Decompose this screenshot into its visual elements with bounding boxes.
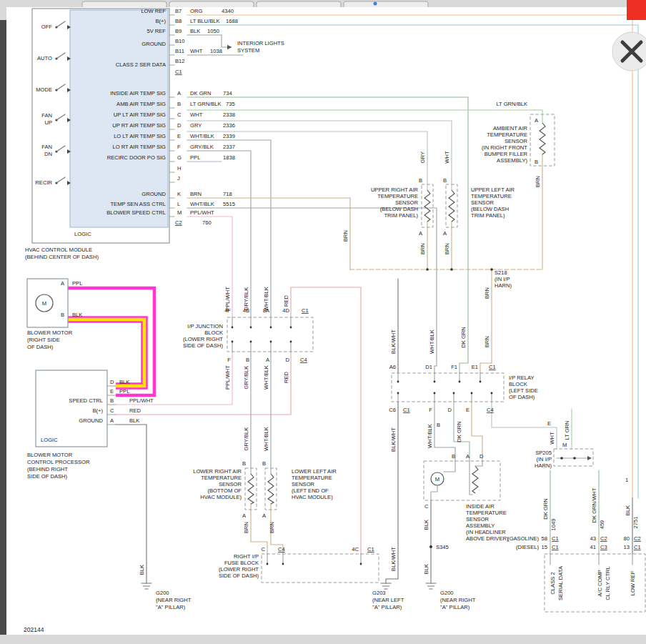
component-title: BLOCK [509,381,527,387]
wire-label: BLK [129,417,139,424]
connector-label: C4 [300,357,307,363]
circuit-label: 2339 [223,133,235,139]
pin-label: B [61,312,64,318]
connector-label: C1 [403,407,410,413]
connector-label: C2 [600,535,607,542]
system-ref-label: INTERIOR LIGHTS [237,40,284,46]
system-ref-label: SYSTEM [237,47,259,54]
wire-label: BRN [535,176,541,187]
pin-label: B [242,460,246,467]
motor-letter: M [42,300,46,307]
wire-label: BLK [423,564,429,574]
circuit-label: 1838 [223,154,235,161]
component-title: CONTROL PROCESSOR [27,459,90,465]
pin-label: 4C [352,546,359,553]
pin-label: E [466,407,469,413]
wire-label: WHT [549,432,555,445]
ground-label: (NEAR LEFT [372,597,404,603]
component-title: BUMPER FILLER [484,151,528,157]
component-title: SIDE OF DASH) [183,342,224,349]
connector-label: C3 [600,544,607,550]
wiring-diagram-viewer: OFF AUTO MODE FAN UP FAN DN RECIR LOW RE… [0,0,646,644]
module-title: HVAC CONTROL MODULE [25,247,92,253]
component-title: SENSOR [395,199,419,206]
fn-label: AMB AIR TEMP SIG [116,101,166,107]
module-title: (BEHIND CENTER OF DASH) [25,254,99,260]
wire-label: BRN [484,336,490,347]
wire-label: WHT/BLK [190,133,214,139]
component-title: (BELOW DASH [380,206,418,212]
fn-label: GROUND [79,417,103,424]
pin-label: E [110,388,114,395]
wire-label: PPL [190,154,200,161]
row-label: (DIESEL) [516,544,540,550]
wire-label: PPL/WHT [190,209,214,216]
close-button[interactable] [612,32,646,71]
cell: 58 [542,535,547,542]
wire-label: WHT/BLK [190,201,214,207]
component-title: (BELOW DASH [471,206,509,212]
splice-label: S345 [436,544,449,550]
wire-label: BRN [190,191,202,197]
wire-label: WHT [444,151,450,164]
component-title: (LOWER RIGHT [219,566,259,573]
component-title: (RIGHT SIDE [27,337,60,343]
pin-label: A6 [389,364,396,370]
fn-label: BLOWER SPEED CTRL [106,209,166,216]
component-title: TEMPERATURE [201,475,242,481]
ground-label: G200 [156,590,169,596]
component-title: (BEHIND RIGHT [27,466,68,472]
component-title: OF DASH) [509,394,535,400]
component-title: ABOVE DRIVER) [466,535,509,542]
pin-label: K [177,191,181,197]
fn-label: UP RT AIR TEMP SIG [112,122,166,129]
pin-label: B [262,460,266,467]
component-title: RIGHT I/P [234,553,259,560]
wire-label: PPL/WHT [129,397,154,404]
pin-label: 1 [625,477,628,483]
wire-label: GRY/BLK [243,366,249,390]
wire-label: BLK/WHT [390,427,397,452]
wire-label: GRY [419,152,426,163]
wire-label: WHT/BLK [263,287,269,311]
pin-label: D [286,357,290,363]
pin-label: D1 [425,364,432,370]
component-title: SIDE OF DASH) [27,473,68,480]
circuit-label: 4340 [222,8,234,14]
column-label: SERIAL DATA [557,565,564,600]
column-label: A/C COMP [597,570,603,597]
component-title: TEMPERATURE [487,132,527,138]
component-title: (LEFT END OF [292,487,329,494]
pin-label: B [443,177,447,184]
wire-label: BRN [342,230,349,242]
component-title: TEMPERATURE [471,193,512,199]
wire-label: RED [283,294,289,307]
wire-label: GRY [190,122,202,129]
pin-label: G [177,154,182,161]
fn-label: LO LT AIR TEMP SIG [114,133,166,139]
component-title: LOWER LEFT AIR [292,468,337,475]
component-title: (IN RIGHT FRONT [482,144,527,151]
cell: 13 [624,544,630,550]
component-title: UPPER RIGHT AIR [371,187,419,193]
pin-label: F [429,407,432,413]
wire-label: WHT/BLK [429,330,435,354]
component-title: BLOCK [204,330,223,336]
pin-label: B9 [175,28,182,34]
red-corner-button[interactable] [627,0,646,20]
component-title: TEMPERATURE [466,510,507,516]
left-edge-panel [0,20,6,635]
pin-label: B [110,397,114,404]
pin-label: F [177,144,181,150]
pin-label: E [547,420,551,427]
wire-label: DK GRN [460,327,467,348]
circuit-label: 459 [599,520,605,530]
pin-label: B [419,177,422,184]
pin-label: M [562,442,567,448]
pin-label: D [479,453,484,460]
wire-label: WHT/BLK [427,424,433,448]
splice-label: HARN) [535,462,552,469]
pin-label: 4D [282,307,289,314]
wire-label: WHT/BLK [263,365,269,390]
circuit-label: 760 [202,219,212,226]
